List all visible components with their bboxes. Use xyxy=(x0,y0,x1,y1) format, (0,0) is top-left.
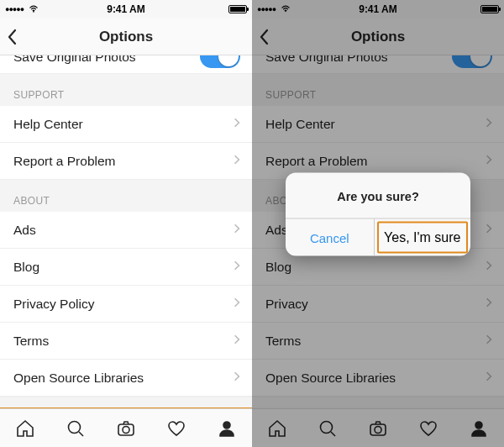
chevron-right-icon xyxy=(486,297,492,312)
row-save-original-photos[interactable]: Save Original Photos xyxy=(0,55,252,74)
row-terms[interactable]: Terms xyxy=(252,323,504,360)
chevron-right-icon xyxy=(486,154,492,169)
tab-bar xyxy=(252,408,504,447)
row-label: Help Center xyxy=(13,117,83,132)
back-button[interactable] xyxy=(7,18,18,55)
nav-bar: Options xyxy=(0,18,252,55)
svg-point-4 xyxy=(123,426,129,433)
button-label: Yes, I'm sure xyxy=(384,230,460,245)
tab-activity[interactable] xyxy=(151,409,202,447)
battery-icon xyxy=(480,5,499,13)
row-help-center[interactable]: Help Center xyxy=(252,106,504,143)
tab-activity[interactable] xyxy=(403,409,454,447)
row-label: Ads xyxy=(13,223,36,238)
section-about: ABOUT xyxy=(0,180,252,212)
tab-home[interactable] xyxy=(0,409,50,447)
confirm-modal: Are you sure? Cancel Yes, I'm sure xyxy=(286,173,470,256)
row-label: Privacy xyxy=(265,297,308,312)
screenshot-left: ●●●●● 9:41 AM Options Save Original Phot… xyxy=(0,0,252,447)
tab-profile[interactable] xyxy=(454,409,504,447)
chevron-right-icon xyxy=(486,223,492,238)
tab-search[interactable] xyxy=(302,409,353,447)
battery-icon xyxy=(228,5,247,13)
row-terms[interactable]: Terms xyxy=(0,323,252,360)
chevron-right-icon xyxy=(234,223,240,238)
modal-title: Are you sure? xyxy=(286,173,470,219)
row-label: Report a Problem xyxy=(265,154,367,169)
page-title: Options xyxy=(351,29,405,45)
status-time: 9:41 AM xyxy=(0,3,252,15)
row-label: Ads xyxy=(265,223,288,238)
svg-line-8 xyxy=(331,432,335,436)
chevron-right-icon xyxy=(234,371,240,386)
row-label: Help Center xyxy=(265,117,335,132)
status-bar: ●●●●● 9:41 AM xyxy=(0,0,252,18)
tab-bar xyxy=(0,408,252,447)
svg-point-10 xyxy=(375,426,381,433)
divider xyxy=(252,397,504,408)
chevron-right-icon xyxy=(234,334,240,349)
row-privacy-policy[interactable]: Privacy xyxy=(252,286,504,323)
row-blog[interactable]: Blog xyxy=(0,249,252,286)
toggle-on-icon[interactable] xyxy=(452,55,492,68)
tab-home[interactable] xyxy=(252,409,302,447)
section-support: SUPPORT xyxy=(252,74,504,106)
nav-bar: Options xyxy=(252,18,504,55)
settings-list: Save Original Photos SUPPORT Help Center… xyxy=(0,55,252,408)
chevron-right-icon xyxy=(234,297,240,312)
toggle-on-icon[interactable] xyxy=(200,55,240,68)
svg-point-1 xyxy=(69,421,81,433)
tab-camera[interactable] xyxy=(101,409,151,447)
row-label: Blog xyxy=(13,260,39,275)
row-save-original-photos[interactable]: Save Original Photos xyxy=(252,55,504,74)
row-label: Privacy Policy xyxy=(13,297,94,312)
row-label: Report a Problem xyxy=(13,154,115,169)
row-label: Terms xyxy=(265,334,301,349)
tab-camera[interactable] xyxy=(353,409,403,447)
button-label: Cancel xyxy=(310,230,349,245)
divider xyxy=(0,397,252,408)
row-open-source[interactable]: Open Source Libraries xyxy=(252,360,504,397)
row-report-problem[interactable]: Report a Problem xyxy=(0,143,252,180)
chevron-right-icon xyxy=(486,334,492,349)
row-ads[interactable]: Ads xyxy=(0,212,252,249)
svg-line-2 xyxy=(79,432,83,436)
chevron-right-icon xyxy=(486,260,492,275)
screenshot-right: ●●●●● 9:41 AM Options Save Original Phot… xyxy=(252,0,504,447)
row-privacy-policy[interactable]: Privacy Policy xyxy=(0,286,252,323)
tab-profile[interactable] xyxy=(202,409,252,447)
row-label: Open Source Libraries xyxy=(13,371,144,386)
row-label: Blog xyxy=(265,260,291,275)
tab-search[interactable] xyxy=(50,409,101,447)
row-label: Open Source Libraries xyxy=(265,371,396,386)
chevron-right-icon xyxy=(234,117,240,132)
section-support: SUPPORT xyxy=(0,74,252,106)
chevron-right-icon xyxy=(486,371,492,386)
status-bar: ●●●●● 9:41 AM xyxy=(252,0,504,18)
chevron-right-icon xyxy=(486,117,492,132)
row-label: Save Original Photos xyxy=(265,55,388,65)
svg-point-5 xyxy=(223,422,230,429)
back-button[interactable] xyxy=(259,18,270,55)
svg-point-7 xyxy=(321,421,333,433)
chevron-right-icon xyxy=(234,154,240,169)
status-time: 9:41 AM xyxy=(252,3,504,15)
cancel-button[interactable]: Cancel xyxy=(286,219,375,256)
row-label: Save Original Photos xyxy=(13,55,136,65)
row-help-center[interactable]: Help Center xyxy=(0,106,252,143)
confirm-button[interactable]: Yes, I'm sure xyxy=(377,222,469,254)
row-open-source[interactable]: Open Source Libraries xyxy=(0,360,252,397)
svg-point-11 xyxy=(475,422,482,429)
row-label: Terms xyxy=(13,334,49,349)
chevron-right-icon xyxy=(234,260,240,275)
page-title: Options xyxy=(99,29,153,45)
